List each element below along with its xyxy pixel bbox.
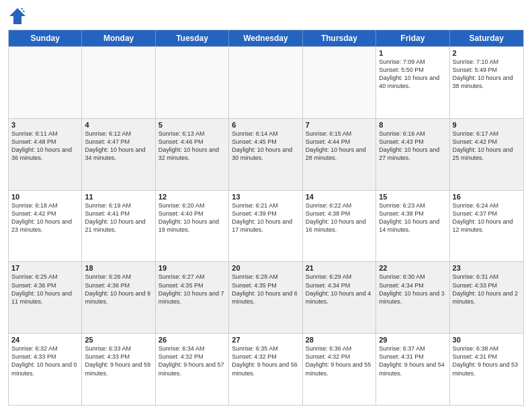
day-number: 17	[11, 264, 79, 272]
day-number: 8	[379, 121, 446, 129]
day-info: Sunrise: 6:34 AM Sunset: 4:32 PM Dayligh…	[159, 345, 226, 377]
day-info: Sunrise: 6:17 AM Sunset: 4:42 PM Dayligh…	[453, 130, 521, 163]
day-info: Sunrise: 6:18 AM Sunset: 4:42 PM Dayligh…	[11, 201, 79, 234]
day-info: Sunrise: 6:12 AM Sunset: 4:47 PM Dayligh…	[85, 130, 152, 163]
day-info: Sunrise: 7:09 AM Sunset: 5:50 PM Dayligh…	[379, 58, 446, 91]
day-number: 24	[11, 336, 79, 344]
calendar-cell: 30Sunrise: 6:38 AM Sunset: 4:31 PM Dayli…	[450, 334, 523, 405]
day-info: Sunrise: 6:11 AM Sunset: 4:48 PM Dayligh…	[11, 130, 79, 163]
calendar-cell	[82, 47, 155, 118]
calendar-header-friday: Friday	[376, 30, 449, 46]
calendar-cell: 11Sunrise: 6:19 AM Sunset: 4:41 PM Dayli…	[82, 191, 155, 262]
calendar-cell: 13Sunrise: 6:21 AM Sunset: 4:39 PM Dayli…	[229, 191, 302, 262]
day-info: Sunrise: 6:16 AM Sunset: 4:43 PM Dayligh…	[379, 130, 446, 163]
calendar-row-1: 3Sunrise: 6:11 AM Sunset: 4:48 PM Daylig…	[9, 118, 523, 190]
day-info: Sunrise: 6:20 AM Sunset: 4:40 PM Dayligh…	[159, 201, 226, 234]
calendar-cell: 29Sunrise: 6:37 AM Sunset: 4:31 PM Dayli…	[376, 334, 449, 405]
calendar-header-saturday: Saturday	[450, 30, 523, 46]
calendar-cell: 24Sunrise: 6:32 AM Sunset: 4:33 PM Dayli…	[9, 334, 82, 405]
day-number: 5	[159, 121, 226, 129]
calendar-cell: 21Sunrise: 6:29 AM Sunset: 4:34 PM Dayli…	[303, 262, 376, 333]
calendar-row-4: 24Sunrise: 6:32 AM Sunset: 4:33 PM Dayli…	[9, 333, 523, 405]
day-number: 29	[379, 336, 446, 344]
calendar-cell: 28Sunrise: 6:36 AM Sunset: 4:32 PM Dayli…	[303, 334, 376, 405]
day-number: 2	[453, 49, 521, 57]
day-info: Sunrise: 6:14 AM Sunset: 4:45 PM Dayligh…	[232, 130, 299, 163]
calendar-cell: 23Sunrise: 6:31 AM Sunset: 4:33 PM Dayli…	[450, 262, 523, 333]
day-info: Sunrise: 6:38 AM Sunset: 4:31 PM Dayligh…	[453, 345, 521, 377]
day-number: 4	[85, 121, 152, 129]
calendar-cell: 1Sunrise: 7:09 AM Sunset: 5:50 PM Daylig…	[376, 47, 449, 118]
day-info: Sunrise: 6:29 AM Sunset: 4:34 PM Dayligh…	[306, 273, 373, 306]
day-info: Sunrise: 6:31 AM Sunset: 4:33 PM Dayligh…	[453, 273, 521, 306]
calendar-body: 1Sunrise: 7:09 AM Sunset: 5:50 PM Daylig…	[9, 46, 523, 405]
day-number: 16	[453, 193, 521, 201]
calendar-row-2: 10Sunrise: 6:18 AM Sunset: 4:42 PM Dayli…	[9, 190, 523, 262]
day-number: 15	[379, 193, 446, 201]
day-info: Sunrise: 6:36 AM Sunset: 4:32 PM Dayligh…	[306, 345, 373, 377]
calendar-cell: 27Sunrise: 6:35 AM Sunset: 4:32 PM Dayli…	[229, 334, 302, 405]
calendar-cell	[9, 47, 82, 118]
day-number: 9	[453, 121, 521, 129]
calendar-cell: 22Sunrise: 6:30 AM Sunset: 4:34 PM Dayli…	[376, 262, 449, 333]
day-info: Sunrise: 6:19 AM Sunset: 4:41 PM Dayligh…	[85, 201, 152, 234]
calendar-cell: 15Sunrise: 6:23 AM Sunset: 4:38 PM Dayli…	[376, 191, 449, 262]
day-number: 6	[232, 121, 299, 129]
day-number: 13	[232, 193, 299, 201]
day-number: 18	[85, 264, 152, 272]
logo-icon	[8, 7, 27, 26]
day-number: 21	[306, 264, 373, 272]
day-number: 12	[159, 193, 226, 201]
day-info: Sunrise: 6:37 AM Sunset: 4:31 PM Dayligh…	[379, 345, 446, 377]
day-info: Sunrise: 6:22 AM Sunset: 4:38 PM Dayligh…	[306, 201, 373, 234]
day-number: 22	[379, 264, 446, 272]
day-number: 3	[11, 121, 79, 129]
day-number: 1	[379, 49, 446, 57]
calendar-header-sunday: Sunday	[9, 30, 82, 46]
day-info: Sunrise: 6:21 AM Sunset: 4:39 PM Dayligh…	[232, 201, 299, 234]
day-number: 20	[232, 264, 299, 272]
day-info: Sunrise: 6:32 AM Sunset: 4:33 PM Dayligh…	[11, 345, 79, 377]
calendar: SundayMondayTuesdayWednesdayThursdayFrid…	[8, 30, 524, 406]
day-info: Sunrise: 6:27 AM Sunset: 4:35 PM Dayligh…	[159, 273, 226, 306]
day-number: 30	[453, 336, 521, 344]
calendar-header-monday: Monday	[82, 30, 155, 46]
day-number: 28	[306, 336, 373, 344]
day-number: 26	[159, 336, 226, 344]
calendar-header-row: SundayMondayTuesdayWednesdayThursdayFrid…	[9, 30, 523, 46]
calendar-cell: 26Sunrise: 6:34 AM Sunset: 4:32 PM Dayli…	[156, 334, 229, 405]
day-info: Sunrise: 6:15 AM Sunset: 4:44 PM Dayligh…	[306, 130, 373, 163]
calendar-cell: 5Sunrise: 6:13 AM Sunset: 4:46 PM Daylig…	[156, 119, 229, 190]
day-info: Sunrise: 6:25 AM Sunset: 4:36 PM Dayligh…	[11, 273, 79, 306]
calendar-cell: 20Sunrise: 6:28 AM Sunset: 4:35 PM Dayli…	[229, 262, 302, 333]
calendar-cell: 19Sunrise: 6:27 AM Sunset: 4:35 PM Dayli…	[156, 262, 229, 333]
day-info: Sunrise: 6:33 AM Sunset: 4:33 PM Dayligh…	[85, 345, 152, 377]
calendar-cell: 7Sunrise: 6:15 AM Sunset: 4:44 PM Daylig…	[303, 119, 376, 190]
day-info: Sunrise: 6:28 AM Sunset: 4:35 PM Dayligh…	[232, 273, 299, 306]
day-info: Sunrise: 6:23 AM Sunset: 4:38 PM Dayligh…	[379, 201, 446, 234]
day-number: 14	[306, 193, 373, 201]
calendar-row-3: 17Sunrise: 6:25 AM Sunset: 4:36 PM Dayli…	[9, 261, 523, 333]
calendar-row-0: 1Sunrise: 7:09 AM Sunset: 5:50 PM Daylig…	[9, 46, 523, 118]
day-number: 19	[159, 264, 226, 272]
svg-marker-1	[20, 8, 26, 12]
day-info: Sunrise: 6:24 AM Sunset: 4:37 PM Dayligh…	[453, 201, 521, 234]
day-number: 10	[11, 193, 79, 201]
calendar-header-tuesday: Tuesday	[156, 30, 229, 46]
calendar-cell: 18Sunrise: 6:26 AM Sunset: 4:36 PM Dayli…	[82, 262, 155, 333]
calendar-cell: 8Sunrise: 6:16 AM Sunset: 4:43 PM Daylig…	[376, 119, 449, 190]
calendar-cell	[156, 47, 229, 118]
calendar-cell: 3Sunrise: 6:11 AM Sunset: 4:48 PM Daylig…	[9, 119, 82, 190]
day-info: Sunrise: 7:10 AM Sunset: 5:49 PM Dayligh…	[453, 58, 521, 91]
day-number: 25	[85, 336, 152, 344]
calendar-cell	[229, 47, 302, 118]
calendar-cell: 9Sunrise: 6:17 AM Sunset: 4:42 PM Daylig…	[450, 119, 523, 190]
calendar-cell	[303, 47, 376, 118]
day-info: Sunrise: 6:30 AM Sunset: 4:34 PM Dayligh…	[379, 273, 446, 306]
calendar-header-thursday: Thursday	[303, 30, 376, 46]
calendar-cell: 14Sunrise: 6:22 AM Sunset: 4:38 PM Dayli…	[303, 191, 376, 262]
calendar-cell: 4Sunrise: 6:12 AM Sunset: 4:47 PM Daylig…	[82, 119, 155, 190]
day-info: Sunrise: 6:26 AM Sunset: 4:36 PM Dayligh…	[85, 273, 152, 306]
calendar-cell: 17Sunrise: 6:25 AM Sunset: 4:36 PM Dayli…	[9, 262, 82, 333]
logo	[8, 7, 30, 26]
